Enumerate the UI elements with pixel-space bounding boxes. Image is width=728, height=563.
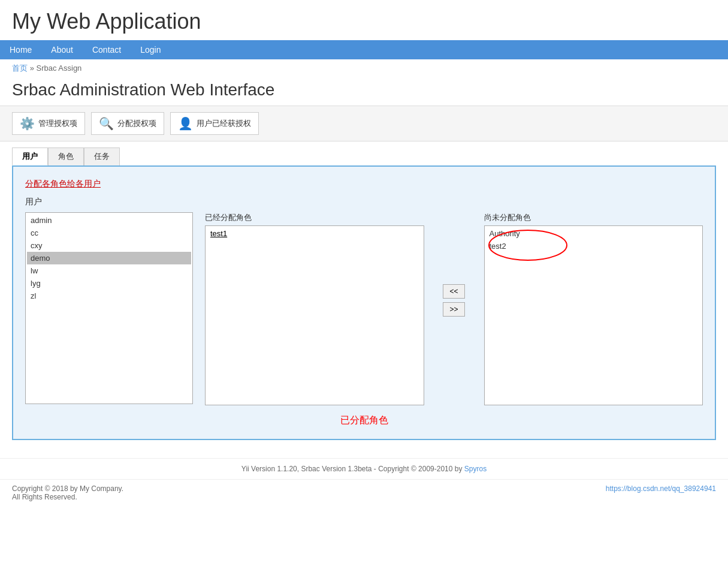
nav-login[interactable]: Login <box>131 40 170 59</box>
list-item[interactable]: test1 <box>207 227 422 240</box>
footer-bottom: Copyright © 2018 by My Company. All Righ… <box>0 479 728 506</box>
nav-about[interactable]: About <box>41 40 83 59</box>
assign-panel: 分配各角色给各用户 用户 admin cc cxy demo lw lyg zl… <box>12 165 716 440</box>
list-item[interactable]: test2 <box>486 240 702 252</box>
tabs: 用户 角色 任务 <box>0 141 728 165</box>
navbar: Home About Contact Login <box>0 40 728 59</box>
unassigned-roles-section: 尚未分配角色 Authority test2 <box>484 212 703 405</box>
spyros-link[interactable]: Spyros <box>464 465 487 473</box>
list-item[interactable]: Authority <box>486 227 702 240</box>
main-content: 分配各角色给各用户 用户 admin cc cxy demo lw lyg zl… <box>0 165 728 452</box>
list-item[interactable]: zl <box>27 290 191 302</box>
user-icon: 👤 <box>178 116 193 131</box>
assign-title: 分配各角色给各用户 <box>25 179 703 189</box>
user-listbox[interactable]: admin cc cxy demo lw lyg zl <box>25 212 193 404</box>
manage-permissions-button[interactable]: ⚙️ 管理授权项 <box>12 112 85 135</box>
user-list-container: admin cc cxy demo lw lyg zl <box>25 212 193 404</box>
tab-users[interactable]: 用户 <box>12 147 48 165</box>
breadcrumb-home[interactable]: 首页 <box>12 64 28 73</box>
footer-copyright: Copyright © 2018 by My Company. All Righ… <box>12 484 123 501</box>
footer-yii-info: Yii Version 1.1.20, Srbac Version 1.3bet… <box>0 458 728 479</box>
list-item[interactable]: cc <box>27 227 191 239</box>
rights-text: All Rights Reserved. <box>12 493 123 501</box>
transfer-buttons: << >> <box>436 212 472 317</box>
footer-csdn: https://blog.csdn.net/qq_38924941 <box>606 484 716 501</box>
user-authorized-label: 用户已经获授权 <box>197 118 251 129</box>
assign-permissions-label: 分配授权项 <box>117 118 156 129</box>
list-item[interactable]: cxy <box>27 239 191 252</box>
user-section-label: 用户 <box>25 197 703 207</box>
page-title: Srbac Administration Web Interface <box>0 77 728 106</box>
unassigned-roles-label: 尚未分配角色 <box>484 212 703 223</box>
transfer-left-button[interactable]: << <box>443 284 464 299</box>
csdn-link[interactable]: https://blog.csdn.net/qq_38924941 <box>606 484 716 493</box>
search-icon: 🔍 <box>99 116 114 131</box>
list-item[interactable]: lw <box>27 264 191 277</box>
list-item[interactable]: lyg <box>27 277 191 290</box>
tab-roles[interactable]: 角色 <box>48 147 84 165</box>
yii-version-text: Yii Version 1.1.20, Srbac Version 1.3bet… <box>241 465 463 473</box>
assign-permissions-button[interactable]: 🔍 分配授权项 <box>91 112 164 135</box>
list-item[interactable]: admin <box>27 214 191 227</box>
transfer-right-button[interactable]: >> <box>443 302 464 317</box>
gear-icon: ⚙️ <box>20 116 35 131</box>
nav-home[interactable]: Home <box>0 40 41 59</box>
toolbar: ⚙️ 管理授权项 🔍 分配授权项 👤 用户已经获授权 <box>0 106 728 141</box>
assign-layout: admin cc cxy demo lw lyg zl 已经分配角色 test1… <box>25 212 703 405</box>
breadcrumb: 首页 » Srbac Assign <box>0 59 728 77</box>
user-authorized-button[interactable]: 👤 用户已经获授权 <box>170 112 259 135</box>
unassigned-listbox[interactable]: Authority test2 <box>484 225 703 405</box>
assigned-roles-section: 已经分配角色 test1 <box>205 212 424 405</box>
list-item[interactable]: demo <box>27 252 191 264</box>
app-title: My Web Application <box>0 0 728 40</box>
assigned-roles-label: 已经分配角色 <box>205 212 424 223</box>
manage-permissions-label: 管理授权项 <box>38 118 77 129</box>
breadcrumb-separator: » <box>30 64 37 73</box>
assigned-listbox[interactable]: test1 <box>205 225 424 405</box>
assigned-role-message: 已分配角色 <box>25 414 703 427</box>
copyright-text: Copyright © 2018 by My Company. <box>12 484 123 493</box>
tab-tasks[interactable]: 任务 <box>84 147 120 165</box>
breadcrumb-current: Srbac Assign <box>36 64 81 73</box>
nav-contact[interactable]: Contact <box>83 40 131 59</box>
